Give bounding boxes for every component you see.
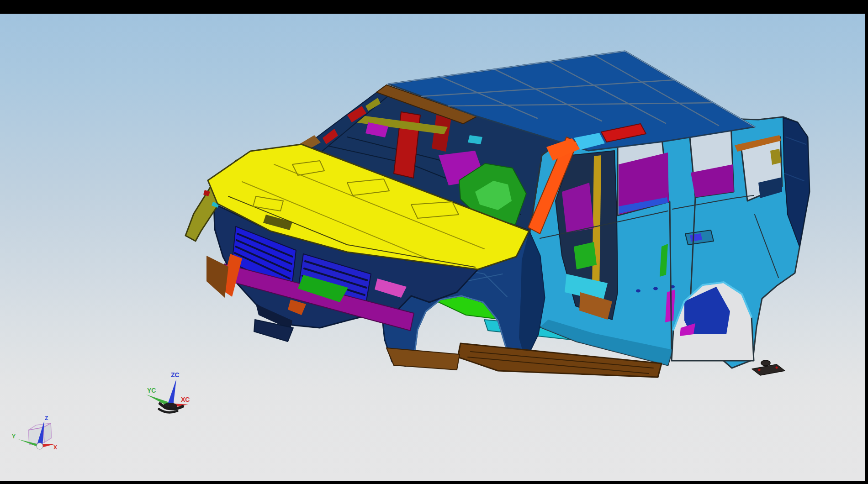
csys-origin-sphere[interactable]	[37, 443, 43, 449]
wcs-zc-label: ZC	[171, 371, 180, 379]
letterbox-top	[0, 0, 868, 14]
part-debris-blob[interactable]	[761, 360, 770, 366]
csys-y-label: Y	[12, 433, 16, 440]
part-door-plug-1[interactable]	[636, 289, 640, 293]
wcs-xc-label: XC	[181, 396, 190, 403]
car-body-model[interactable]	[185, 51, 810, 377]
letterbox-right	[865, 0, 868, 484]
csys-x-label: X	[53, 444, 57, 451]
part-debris-red-dot-1[interactable]	[758, 369, 761, 371]
letterbox-bottom	[0, 481, 868, 484]
part-running-board-front-wedge[interactable]	[386, 348, 460, 370]
part-aperture-green[interactable]	[574, 242, 597, 269]
3d-viewport[interactable]: ZC YC XC Z Y X	[0, 0, 868, 484]
part-aperture-purple[interactable]	[562, 183, 594, 233]
wcs-triad[interactable]: ZC YC XC	[146, 371, 190, 412]
model-svg[interactable]: ZC YC XC Z Y X	[0, 0, 868, 484]
wcs-yc-label: YC	[147, 387, 156, 394]
csys-z-label: Z	[45, 415, 48, 421]
part-debris-strip[interactable]	[752, 364, 785, 375]
part-quarter-bracket-olive[interactable]	[770, 149, 781, 165]
wcs-zc-axis[interactable]	[167, 379, 176, 406]
part-debris-red-dot-2[interactable]	[776, 367, 778, 369]
part-door-plug-2[interactable]	[653, 287, 658, 290]
absolute-csys-triad[interactable]: Z Y X	[12, 415, 57, 451]
